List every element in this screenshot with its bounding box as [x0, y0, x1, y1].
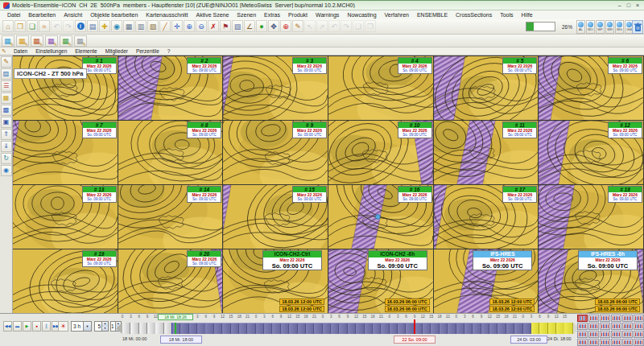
delete-button[interactable]: ✗: [208, 20, 219, 32]
menu-tools[interactable]: Tools: [496, 12, 517, 18]
palette-button[interactable]: ▦: [1, 93, 12, 104]
preset-button-12[interactable]: [634, 323, 644, 330]
preset-button-10[interactable]: [611, 323, 621, 330]
quick-button-wr[interactable]: WR: [605, 20, 614, 34]
preset-button-8[interactable]: [588, 323, 599, 330]
menu-ensemble[interactable]: ENSEMBLE: [413, 12, 452, 18]
ens-menu-perzentile[interactable]: Perzentile: [132, 48, 163, 54]
ens-menu-einstellungen[interactable]: Einstellungen: [31, 48, 71, 54]
preset-button-6[interactable]: [634, 315, 644, 322]
ensemble-panel-member-16[interactable]: # 16März 22 2026So. 09:00 UTC: [328, 185, 434, 249]
scene-edit-2-button[interactable]: ▦✎: [31, 35, 43, 47]
print-button[interactable]: ▦: [123, 20, 134, 32]
menu-hilfe[interactable]: Hilfe: [518, 12, 537, 18]
zoom-out-button[interactable]: ⊖: [196, 20, 207, 32]
menu-verfahren[interactable]: Verfahren: [381, 12, 413, 18]
preset-button-21[interactable]: [600, 339, 610, 346]
ensemble-panel-member-18[interactable]: # 18März 22 2026So. 09:00 UTC: [539, 185, 644, 249]
crosshair-button[interactable]: ⊕: [280, 20, 291, 32]
menu-produkt[interactable]: Produkt: [284, 12, 312, 18]
legend-button[interactable]: ▤: [87, 20, 98, 32]
ensemble-panel-member-5[interactable]: # 5März 22 2026So. 09:00 UTC: [434, 56, 539, 121]
flag-button[interactable]: ⚑: [220, 20, 231, 32]
spinner-down-icon[interactable]: ▼: [102, 327, 108, 332]
ensemble-panel-member-9[interactable]: # 9März 22 2026So. 09:00 UTC: [223, 121, 328, 185]
scene-sign-2-button[interactable]: ▦✎: [74, 35, 87, 47]
timeline-past-section[interactable]: [122, 323, 172, 334]
draw-button[interactable]: ✎: [1, 56, 12, 68]
skip-start-button[interactable]: ◀◀: [3, 321, 12, 332]
globe-button[interactable]: ◉: [111, 20, 122, 32]
draw-line-button[interactable]: ╱: [159, 20, 171, 32]
ensemble-panel-member-6[interactable]: # 6März 22 2026So. 09:00 UTC: [539, 56, 644, 121]
menu-crosssections[interactable]: CrossSections: [452, 12, 496, 18]
ensemble-panel-member-10[interactable]: # 10März 22 2026So. 09:00 UTC: [328, 121, 434, 185]
import-button[interactable]: ≈: [39, 20, 50, 32]
open-scene-button[interactable]: ❐: [14, 20, 26, 32]
move-button[interactable]: ✛: [171, 20, 183, 32]
ens-menu-item[interactable]: ?: [163, 48, 175, 54]
annotate-button[interactable]: ✎: [292, 20, 303, 32]
menu-objekte-bearbeiten[interactable]: Objekte bearbeiten: [86, 12, 142, 18]
preset-button-4[interactable]: [611, 315, 621, 322]
step-spinner[interactable]: 5 ▲ ▼: [94, 321, 109, 332]
ensemble-panel-icon-ch2-ctrl[interactable]: ICON-CH2-CtrlMärz 22 2026So. 09:00 UTC18…: [223, 249, 328, 314]
chevron-down-icon[interactable]: ▼: [83, 322, 91, 331]
grid-button[interactable]: ▩: [1, 105, 12, 116]
ensemble-panel-member-4[interactable]: # 4März 22 2026So. 09:00 UTC: [328, 56, 434, 121]
ensemble-panel-member-15[interactable]: # 15März 22 2026So. 09:00 UTC: [223, 185, 328, 249]
menu-ansicht[interactable]: Ansicht: [60, 12, 86, 18]
ensemble-panel-member-8[interactable]: # 8März 22 2026So. 09:00 UTC: [118, 121, 224, 185]
scene-map-button[interactable]: ▦✎: [2, 35, 14, 47]
member-down-button[interactable]: ⇓: [1, 141, 12, 152]
stop-button[interactable]: ▬: [13, 321, 22, 332]
menu-datei[interactable]: Datei: [3, 12, 24, 18]
scene-edit-button[interactable]: ▦✎: [16, 35, 29, 47]
trash-button[interactable]: [632, 20, 643, 34]
ensemble-panel-member-2[interactable]: # 2März 22 2026So. 09:00 UTC: [118, 56, 224, 121]
record-button[interactable]: ●: [32, 321, 41, 332]
zoom-in-button[interactable]: ⊕: [184, 20, 195, 32]
ensemble-panel-member-19[interactable]: # 19März 22 2026So. 09:00 UTC: [13, 249, 118, 314]
preset-button-9[interactable]: [600, 323, 610, 330]
menu-bearbeiten[interactable]: Bearbeiten: [24, 12, 60, 18]
preset-button-1[interactable]: [577, 315, 588, 322]
menu-nowcasting[interactable]: Nowcasting: [343, 12, 380, 18]
pan-button[interactable]: ✥: [268, 20, 279, 32]
selected-time-marker[interactable]: [414, 319, 415, 334]
pause-button[interactable]: ║: [42, 321, 51, 332]
gallery-button[interactable]: ▨: [232, 20, 243, 32]
quick-button-wo[interactable]: WO: [586, 20, 595, 34]
scene-sign-button[interactable]: ▦✎: [60, 35, 72, 47]
ensemble-panel-icon-ch2-6h[interactable]: ICON-CH2 -6hMärz 22 2026So. 09:00 UTC18.…: [328, 249, 434, 314]
save-scene-button[interactable]: ❏: [27, 20, 38, 32]
ensemble-panel-member-7[interactable]: # 7März 22 2026So. 09:00 UTC: [13, 121, 118, 185]
ensemble-panel-ifs-hres[interactable]: IFS-HRESMärz 22 2026So. 09:00 UTC18.03.2…: [434, 249, 539, 314]
preset-button-11[interactable]: [622, 323, 633, 330]
ensemble-panel-member-12[interactable]: # 12März 22 2026So. 09:00 UTC: [539, 121, 644, 185]
rotate-button[interactable]: ↻: [1, 153, 12, 164]
preset-button-14[interactable]: [588, 331, 599, 338]
preset-button-18[interactable]: [634, 331, 644, 338]
measure-button[interactable]: ∠: [244, 20, 255, 32]
quick-button-al[interactable]: AL: [576, 20, 585, 34]
preset-button-20[interactable]: [588, 339, 599, 346]
edit-map-button[interactable]: ▨: [1, 68, 12, 80]
preset-button-13[interactable]: [577, 331, 588, 338]
home-button[interactable]: ⌂: [2, 20, 14, 32]
preset-button-22[interactable]: [611, 339, 621, 346]
preset-button-19[interactable]: [577, 339, 588, 346]
quick-button-wg[interactable]: WG: [615, 20, 624, 34]
minimize-button[interactable]: –: [618, 2, 621, 9]
preset-button-23[interactable]: [622, 339, 633, 346]
timeline-left-arrow[interactable]: [116, 323, 122, 334]
preset-button-3[interactable]: [600, 315, 610, 322]
ensemble-panel-member-20[interactable]: # 20März 22 2026So. 09:00 UTC: [118, 249, 224, 314]
preset-button-16[interactable]: [611, 331, 621, 338]
ens-menu-mitglieder[interactable]: Mitglieder: [101, 48, 132, 54]
preset-button-15[interactable]: [600, 331, 610, 338]
close-button[interactable]: ×: [636, 2, 639, 9]
ensemble-panel-member-13[interactable]: # 13März 22 2026So. 09:00 UTC: [13, 185, 118, 249]
play-button[interactable]: ▶: [23, 321, 31, 332]
add-button[interactable]: ✚: [99, 20, 110, 32]
